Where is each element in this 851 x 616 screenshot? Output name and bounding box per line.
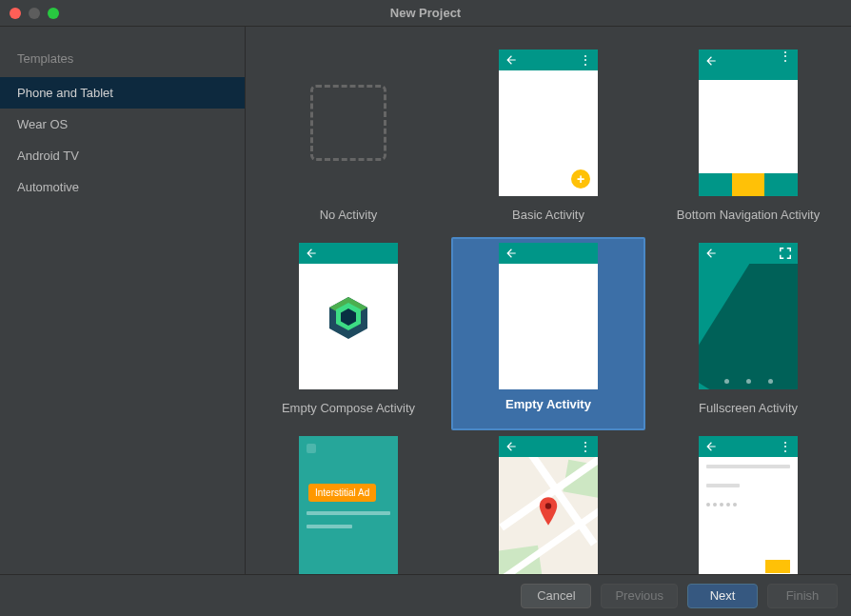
- back-arrow-icon: [704, 54, 718, 68]
- map-pin-icon: [538, 497, 559, 526]
- template-basic-activity[interactable]: ⋮ + Basic Activity: [451, 44, 645, 237]
- template-empty-compose-activity[interactable]: Empty Compose Activity: [251, 237, 445, 430]
- template-thumbnail: ⋮: [699, 436, 798, 574]
- template-interstitial-ad[interactable]: Interstitial Ad Interstitial Ad: [251, 430, 445, 574]
- template-label: Fullscreen Activity: [699, 401, 798, 428]
- template-google-maps-activity[interactable]: ⋮ Google Maps Activity: [451, 430, 645, 574]
- template-empty-activity[interactable]: Empty Activity: [451, 237, 645, 430]
- template-thumbnail: [299, 243, 398, 389]
- template-label: Empty Compose Activity: [282, 401, 415, 428]
- sidebar-item-label: Android TV: [17, 149, 79, 163]
- sidebar-item-android-tv[interactable]: Android TV: [0, 140, 245, 171]
- template-label: Bottom Navigation Activity: [677, 208, 820, 235]
- sidebar: Templates Phone and Tablet Wear OS Andro…: [0, 27, 246, 574]
- sidebar-item-label: Wear OS: [17, 117, 68, 131]
- more-icon: ⋮: [579, 58, 592, 62]
- minimize-window-button[interactable]: [29, 8, 40, 19]
- dashed-box-icon: [310, 85, 386, 161]
- template-thumbnail: ⋮: [699, 50, 798, 196]
- sidebar-item-automotive[interactable]: Automotive: [0, 171, 245, 203]
- back-arrow-icon: [704, 247, 718, 260]
- fab-icon: +: [571, 169, 590, 189]
- back-arrow-icon: [505, 440, 518, 453]
- more-icon: ⋮: [779, 54, 792, 58]
- template-bottom-navigation-activity[interactable]: ⋮ Bottom Navigation Activity: [651, 44, 845, 237]
- template-thumbnail: ⋮ +: [499, 50, 598, 196]
- sidebar-item-phone-and-tablet[interactable]: Phone and Tablet: [0, 77, 245, 109]
- maximize-window-button[interactable]: [48, 8, 59, 19]
- template-grid-container[interactable]: No Activity ⋮ + Basic Activity: [246, 27, 851, 574]
- finish-button[interactable]: Finish: [767, 584, 838, 608]
- back-arrow-icon: [505, 53, 518, 67]
- template-thumbnail: ⋮: [499, 436, 598, 574]
- interstitial-ad-badge: Interstitial Ad: [308, 484, 376, 502]
- footer: Cancel Previous Next Finish: [0, 574, 851, 616]
- template-no-activity[interactable]: No Activity: [251, 44, 445, 237]
- bottom-nav-icon: [699, 173, 798, 196]
- svg-point-4: [545, 503, 551, 508]
- titlebar: New Project: [0, 0, 851, 27]
- window-title: New Project: [0, 6, 851, 20]
- template-grid: No Activity ⋮ + Basic Activity: [246, 27, 851, 574]
- window-controls: [0, 8, 59, 19]
- previous-button[interactable]: Previous: [601, 584, 678, 608]
- back-arrow-icon: [704, 440, 718, 453]
- sidebar-item-label: Phone and Tablet: [17, 86, 113, 100]
- more-icon: ⋮: [579, 445, 592, 448]
- cancel-button[interactable]: Cancel: [521, 584, 591, 608]
- template-thumbnail: [499, 243, 598, 389]
- sidebar-item-wear-os[interactable]: Wear OS: [0, 109, 245, 140]
- template-thumbnail: Interstitial Ad: [299, 436, 398, 574]
- next-button[interactable]: Next: [687, 584, 758, 608]
- compose-logo-icon: [299, 295, 398, 341]
- template-label: No Activity: [320, 208, 378, 235]
- template-thumbnail: [699, 243, 798, 389]
- template-label: Empty Activity: [457, 397, 640, 417]
- sidebar-item-label: Automotive: [17, 180, 79, 194]
- template-fullscreen-activity[interactable]: Fullscreen Activity: [651, 237, 845, 430]
- fullscreen-icon: [779, 247, 792, 260]
- template-login-activity[interactable]: ⋮ Login Activity: [651, 430, 845, 574]
- main-area: Templates Phone and Tablet Wear OS Andro…: [0, 27, 851, 574]
- sidebar-header: Templates: [0, 46, 245, 77]
- template-thumbnail: [299, 50, 398, 196]
- template-label: Basic Activity: [512, 208, 584, 235]
- more-icon: ⋮: [779, 445, 792, 448]
- close-window-button[interactable]: [10, 8, 21, 19]
- back-arrow-icon: [305, 247, 318, 260]
- back-arrow-icon: [505, 247, 518, 260]
